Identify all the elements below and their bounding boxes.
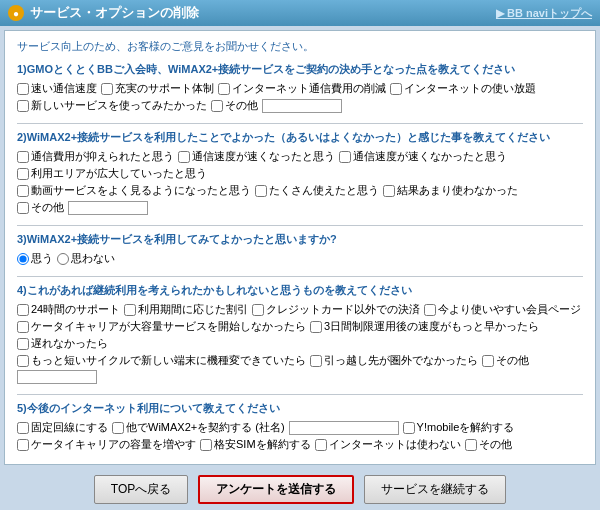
cb-speed-up: 通信速度が速くなったと思う [178, 149, 335, 164]
cb-unlimited: インターネットの使い放題 [390, 81, 536, 96]
cb-carrier-more-input[interactable] [17, 439, 29, 451]
section-3-title: 3)WiMAX2+接続サービスを利用してみてよかったと思いますか? [17, 232, 583, 247]
survey-button[interactable]: アンケートを送信する [198, 475, 354, 504]
section-1-title: 1)GMOとくとくBBご入会時、WiMAX2+接続サービスをご契約の決め手となっ… [17, 62, 583, 77]
window: ● サービス・オプションの削除 ▶ BB naviトップへ サービス向上のため、… [0, 0, 600, 510]
cb-other-wimax: 他でWiMAX2+を契約する (社名) [112, 420, 285, 435]
radio-no: 思わない [57, 251, 115, 266]
cb-mvno-input[interactable] [200, 439, 212, 451]
section-4-row-2: ケータイキャリアが大容量サービスを開始しなかったら 3日間制限運用後の速度がもっ… [17, 319, 583, 351]
other-2-text[interactable] [68, 201, 148, 215]
cb-support-input[interactable] [101, 83, 113, 95]
section-4-title: 4)これがあれば継続利用を考えられたかもしれないと思うものを教えてください [17, 283, 583, 298]
cb-no-internet-input[interactable] [315, 439, 327, 451]
cb-move: 引っ越し先が圏外でなかったら [310, 353, 478, 368]
cb-other-5: その他 [465, 437, 512, 452]
cb-cost-down-input[interactable] [17, 151, 29, 163]
cb-discount: 利用期間に応じた割引 [124, 302, 248, 317]
section-2-row-1: 通信費用が抑えられたと思う 通信速度が速くなったと思う 通信速度が速くなかったと… [17, 149, 583, 181]
cb-speed-input[interactable] [17, 83, 29, 95]
top-button[interactable]: TOPへ戻る [94, 475, 188, 504]
cb-other-1-input[interactable] [211, 100, 223, 112]
radio-yes: 思う [17, 251, 53, 266]
cb-3day: 3日間制限運用後の速度がもっと早かったら [310, 319, 539, 334]
cb-payment: クレジットカード以外での決済 [252, 302, 420, 317]
cb-speed-not: 通信速度が速くなかったと思う [339, 149, 507, 164]
section-2-row-3: その他 [17, 200, 583, 215]
section-5: 5)今後のインターネット利用について教えてください 固定回線にする 他でWiMA… [17, 401, 583, 452]
section-4: 4)これがあれば継続利用を考えられたかもしれないと思うものを教えてください 24… [17, 283, 583, 384]
cb-move-input[interactable] [310, 355, 322, 367]
cb-3day-input[interactable] [310, 321, 322, 333]
section-3-options: 思う 思わない [17, 251, 583, 266]
cb-mvno: 格安SIMを解約する [200, 437, 311, 452]
cb-unlimited-input[interactable] [390, 83, 402, 95]
cb-payment-input[interactable] [252, 304, 264, 316]
cb-carrier-large: ケータイキャリアが大容量サービスを開始しなかったら [17, 319, 306, 334]
cb-use-lot-input[interactable] [255, 185, 267, 197]
section-2-title: 2)WiMAX2+接続サービスを利用したことでよかった（あるいはよくなかった）と… [17, 130, 583, 145]
cb-fixed: 固定回線にする [17, 420, 108, 435]
cb-other-2: その他 [17, 200, 64, 215]
radio-no-input[interactable] [57, 253, 69, 265]
cb-other-4: その他 [482, 353, 529, 368]
other-4-text[interactable] [17, 370, 97, 384]
footer-buttons: TOPへ戻る アンケートを送信する サービスを継続する [0, 469, 600, 510]
cb-support: 充実のサポート体制 [101, 81, 214, 96]
company-name-text[interactable] [289, 421, 399, 435]
section-1-row-2: 新しいサービスを使ってみたかった その他 [17, 98, 583, 113]
cb-24support: 24時間のサポート [17, 302, 120, 317]
cb-cost-down: 通信費用が抑えられたと思う [17, 149, 174, 164]
cb-cost-input[interactable] [218, 83, 230, 95]
cb-carrier-large-input[interactable] [17, 321, 29, 333]
cb-video: 動画サービスをよく見るようになったと思う [17, 183, 251, 198]
cb-member-page-input[interactable] [424, 304, 436, 316]
cb-area: 利用エリアが広大していったと思う [17, 166, 207, 181]
cb-carrier-more: ケータイキャリアの容量を増やす [17, 437, 196, 452]
continue-button[interactable]: サービスを継続する [364, 475, 506, 504]
title-icon: ● [8, 5, 24, 21]
cb-short-cycle: もっと短いサイクルで新しい端末に機種変できていたら [17, 353, 306, 368]
section-5-row-1: 固定回線にする 他でWiMAX2+を契約する (社名) Y!mobileを解約す… [17, 420, 583, 435]
cb-other-2-input[interactable] [17, 202, 29, 214]
cb-other-4-input[interactable] [482, 355, 494, 367]
section-1: 1)GMOとくとくBBご入会時、WiMAX2+接続サービスをご契約の決め手となっ… [17, 62, 583, 113]
cb-short-cycle-input[interactable] [17, 355, 29, 367]
cb-not-slow: 遅れなかったら [17, 336, 108, 351]
section-2: 2)WiMAX2+接続サービスを利用したことでよかった（あるいはよくなかった）と… [17, 130, 583, 215]
cb-speed: 速い通信速度 [17, 81, 97, 96]
section-1-row-1: 速い通信速度 充実のサポート体制 インターネット通信費用の削減 インターネットの… [17, 81, 583, 96]
cb-cost: インターネット通信費用の削減 [218, 81, 386, 96]
nav-link[interactable]: ▶ BB naviトップへ [496, 6, 592, 21]
cb-area-input[interactable] [17, 168, 29, 180]
section-2-row-2: 動画サービスをよく見るようになったと思う たくさん使えたと思う 結果あまり使わな… [17, 183, 583, 198]
cb-speed-up-input[interactable] [178, 151, 190, 163]
cb-video-input[interactable] [17, 185, 29, 197]
cb-ymobile: Y!mobileを解約する [403, 420, 515, 435]
other-1-text[interactable] [262, 99, 342, 113]
radio-yes-input[interactable] [17, 253, 29, 265]
cb-use-lot: たくさん使えたと思う [255, 183, 379, 198]
cb-member-page: 今より使いやすい会員ページ [424, 302, 581, 317]
cb-24support-input[interactable] [17, 304, 29, 316]
content-area: サービス向上のため、お客様のご意見をお聞かせください。 1)GMOとくとくBBご… [4, 30, 596, 465]
subtitle: サービス向上のため、お客様のご意見をお聞かせください。 [17, 39, 583, 54]
cb-other-1: その他 [211, 98, 258, 113]
window-title: サービス・オプションの削除 [30, 4, 199, 22]
section-3: 3)WiMAX2+接続サービスを利用してみてよかったと思いますか? 思う 思わな… [17, 232, 583, 266]
cb-fixed-input[interactable] [17, 422, 29, 434]
cb-new-service-input[interactable] [17, 100, 29, 112]
cb-not-use: 結果あまり使わなかった [383, 183, 518, 198]
cb-speed-not-input[interactable] [339, 151, 351, 163]
cb-discount-input[interactable] [124, 304, 136, 316]
title-bar-left: ● サービス・オプションの削除 [8, 4, 199, 22]
cb-other-5-input[interactable] [465, 439, 477, 451]
cb-ymobile-input[interactable] [403, 422, 415, 434]
section-5-title: 5)今後のインターネット利用について教えてください [17, 401, 583, 416]
cb-other-wimax-input[interactable] [112, 422, 124, 434]
section-4-row-3: もっと短いサイクルで新しい端末に機種変できていたら 引っ越し先が圏外でなかったら… [17, 353, 583, 384]
cb-not-slow-input[interactable] [17, 338, 29, 350]
cb-no-internet: インターネットは使わない [315, 437, 461, 452]
section-5-row-2: ケータイキャリアの容量を増やす 格安SIMを解約する インターネットは使わない … [17, 437, 583, 452]
cb-not-use-input[interactable] [383, 185, 395, 197]
